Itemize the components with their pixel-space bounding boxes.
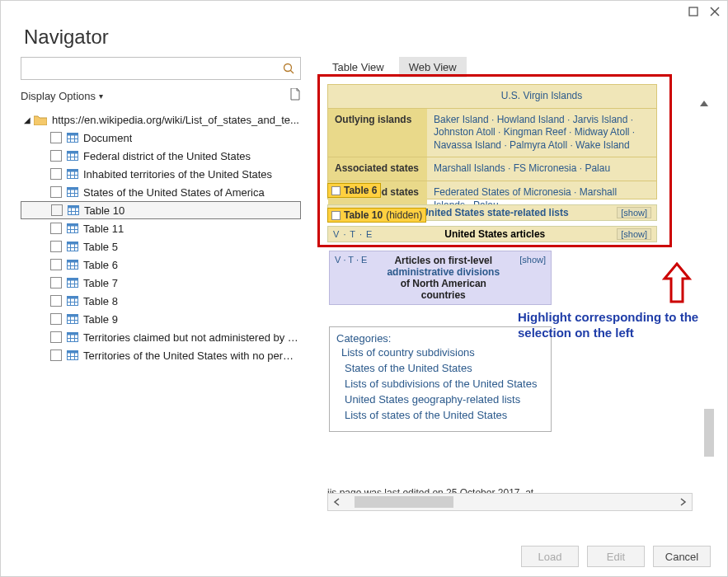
tab-web-view[interactable]: Web View <box>399 57 467 77</box>
checkbox[interactable] <box>50 313 62 325</box>
sheet-icon[interactable] <box>289 88 301 104</box>
close-button[interactable] <box>709 6 721 17</box>
tree-item[interactable]: Territories of the United States with no… <box>21 346 301 364</box>
checkbox[interactable] <box>50 331 62 343</box>
tree-item[interactable]: Table 8 <box>21 292 301 310</box>
annotation-text: Highlight corresponding to the selection… <box>518 310 716 341</box>
tree-item[interactable]: Document <box>21 129 301 147</box>
tree-item-label: Table 9 <box>83 313 118 326</box>
checkbox[interactable] <box>50 168 62 180</box>
tree-item[interactable]: Table 9 <box>21 310 301 328</box>
horizontal-scrollbar[interactable] <box>327 493 693 511</box>
scroll-right-button[interactable] <box>674 494 692 510</box>
table-icon <box>67 296 78 306</box>
tree-item-label: Inhabited territories of the United Stat… <box>83 168 272 181</box>
category-link[interactable]: Lists of states of the United States <box>336 407 544 423</box>
tag-label: Table 6 <box>344 185 377 196</box>
svg-rect-11 <box>68 152 78 154</box>
svg-rect-31 <box>68 224 78 227</box>
checkbox[interactable] <box>50 186 62 198</box>
tree-item-label: Federal district of the United States <box>83 150 251 162</box>
checkbox[interactable] <box>50 349 62 361</box>
checkbox[interactable] <box>50 150 62 162</box>
tree-item[interactable]: Table 6 <box>21 256 301 274</box>
scroll-up-button[interactable] <box>694 94 714 114</box>
tree-item[interactable]: Table 11 <box>21 219 301 237</box>
scroll-left-button[interactable] <box>328 494 346 510</box>
table-icon <box>67 332 78 342</box>
display-options-dropdown[interactable]: Display Options ▾ <box>21 90 103 102</box>
tree-item[interactable]: Territories claimed but not administered… <box>21 328 301 346</box>
scrollbar-track[interactable] <box>346 494 674 510</box>
svg-rect-0 <box>689 7 697 16</box>
search-box[interactable] <box>21 57 301 80</box>
scrollbar-thumb[interactable] <box>355 496 453 508</box>
cancel-button[interactable]: Cancel <box>653 546 711 567</box>
category-link[interactable]: Lists of country subdivisions <box>336 345 544 360</box>
row-header: Outlying islands <box>328 109 427 157</box>
show-toggle[interactable]: [show] <box>617 228 651 240</box>
checkbox[interactable] <box>50 241 62 252</box>
load-button[interactable]: Load <box>521 546 579 567</box>
tree-item-label: Table 5 <box>83 241 118 253</box>
checkbox[interactable] <box>50 277 62 288</box>
show-toggle[interactable]: [show] <box>519 255 546 301</box>
dialog-title: Navigator <box>1 19 727 57</box>
tree-item-label: Territories claimed but not administered… <box>83 331 301 344</box>
search-input[interactable] <box>21 63 277 75</box>
table-6-tag[interactable]: Table 6 <box>327 183 381 198</box>
svg-rect-51 <box>68 297 78 299</box>
checkbox[interactable] <box>51 204 63 216</box>
tree-item[interactable]: Table 10 <box>21 201 301 219</box>
table-icon <box>67 151 78 161</box>
tree-root-label: https://en.wikipedia.org/wiki/List_of_st… <box>52 114 299 126</box>
table-icon <box>68 205 79 215</box>
table-icon <box>67 350 78 360</box>
category-link[interactable]: United States geography-related lists <box>336 392 544 407</box>
tree-item[interactable]: States of the United States of America <box>21 183 301 201</box>
tab-row: Table View Web View <box>322 57 714 77</box>
table-icon <box>67 187 78 197</box>
expand-arrow-icon[interactable]: ◢ <box>24 115 31 124</box>
checkbox[interactable] <box>50 132 62 143</box>
nt3-line: of North American <box>401 278 486 289</box>
row-header: Associated states <box>328 157 427 181</box>
edit-button[interactable]: Edit <box>587 546 645 567</box>
tab-table-view[interactable]: Table View <box>322 57 394 77</box>
checkbox[interactable] <box>50 295 62 307</box>
table-icon <box>67 223 78 233</box>
preview-area: .U.S. Virgin Islands Outlying islandsBak… <box>322 79 714 529</box>
search-icon[interactable] <box>277 58 300 79</box>
category-link[interactable]: Lists of subdivisions of the United Stat… <box>336 376 544 392</box>
tree-item-label: States of the United States of America <box>83 186 265 199</box>
checkbox[interactable] <box>331 211 341 220</box>
tree-item[interactable]: Federal district of the United States <box>21 147 301 165</box>
svg-rect-36 <box>68 242 78 245</box>
checkbox[interactable] <box>50 223 62 234</box>
checkbox[interactable] <box>50 259 62 270</box>
vte-links[interactable]: V · T · E <box>335 255 367 301</box>
nav-template-us-articles[interactable]: V · T · E United States articles [show] <box>327 226 657 242</box>
titlebar <box>1 1 727 19</box>
svg-rect-46 <box>68 279 78 281</box>
category-link[interactable]: States of the United States <box>336 360 544 376</box>
svg-rect-26 <box>68 206 79 209</box>
table-10-tag[interactable]: Table 10 (hidden) <box>327 208 426 223</box>
show-toggle[interactable]: [show] <box>617 207 651 218</box>
nav-template-admin-divisions[interactable]: V · T · E Articles on first-level admini… <box>329 251 552 305</box>
maximize-button[interactable] <box>688 6 699 17</box>
tree-item[interactable]: Table 7 <box>21 274 301 292</box>
tree-item[interactable]: Table 5 <box>21 237 301 256</box>
table-icon <box>67 278 78 288</box>
svg-rect-56 <box>68 315 78 317</box>
categories-title: Categories: <box>336 332 544 345</box>
vte-links[interactable]: V · T · E <box>333 229 373 239</box>
tree-root-node[interactable]: ◢ https://en.wikipedia.org/wiki/List_of_… <box>21 110 301 129</box>
tree-item-label: Table 10 <box>84 204 124 217</box>
button-row: Load Edit Cancel <box>1 537 727 576</box>
display-options-label: Display Options <box>21 90 96 102</box>
checkbox[interactable] <box>331 186 341 195</box>
tree-item[interactable]: Inhabited territories of the United Stat… <box>21 165 301 183</box>
vertical-scrollbar-thumb[interactable] <box>704 409 714 457</box>
table-icon <box>67 133 78 143</box>
